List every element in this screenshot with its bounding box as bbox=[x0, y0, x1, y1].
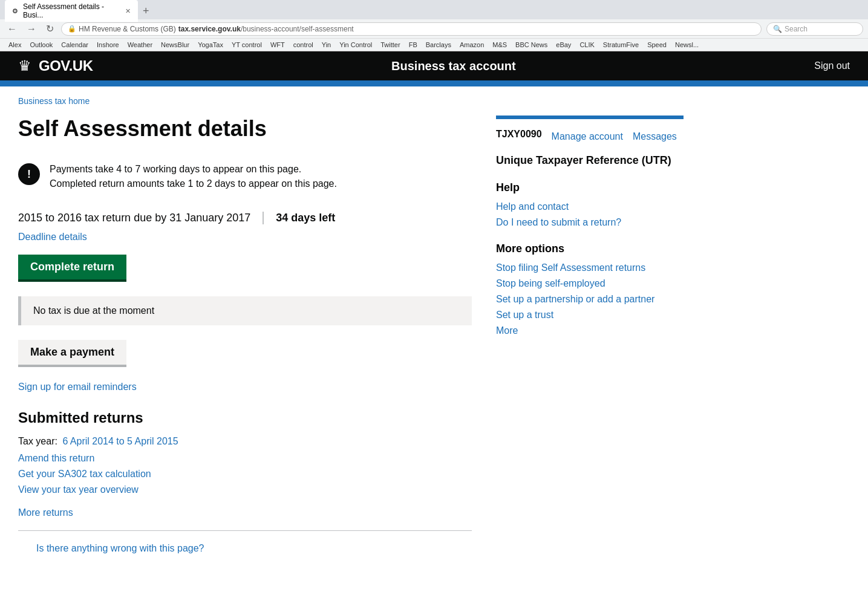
tab-favicon: ⚙ bbox=[12, 7, 18, 15]
bookmark-weather[interactable]: Weather bbox=[124, 40, 156, 50]
user-id: TJXY0090 bbox=[496, 129, 542, 140]
search-bar[interactable]: 🔍 Search bbox=[766, 22, 863, 36]
crown-icon: ♛ bbox=[18, 57, 31, 74]
submitted-links: Amend this return Get your SA302 tax cal… bbox=[18, 453, 472, 495]
more-options-link[interactable]: More bbox=[496, 325, 684, 336]
tax-year-value-link[interactable]: 6 April 2014 to 5 April 2015 bbox=[62, 436, 178, 446]
help-links: Help and contact Do I need to submit a r… bbox=[496, 201, 684, 228]
tax-year-overview-link[interactable]: View your tax year overview bbox=[18, 484, 472, 495]
bookmark-yogatax[interactable]: YogaTax bbox=[194, 40, 227, 50]
help-section: Help Help and contact Do I need to submi… bbox=[496, 181, 684, 228]
govuk-logo-link[interactable]: ♛ GOV.UK bbox=[18, 57, 93, 74]
sign-out-button[interactable]: Sign out bbox=[814, 60, 850, 71]
tax-return-due: 2015 to 2016 tax return due by 31 Januar… bbox=[18, 212, 250, 224]
warning-line1: Payments take 4 to 7 working days to app… bbox=[50, 162, 337, 177]
tab-bar: ⚙ Self Assessment details - Busi... ✕ + bbox=[0, 0, 868, 19]
sa302-link[interactable]: Get your SA302 tax calculation bbox=[18, 469, 472, 480]
bookmark-ms[interactable]: M&S bbox=[489, 40, 511, 50]
stop-filing-link[interactable]: Stop filing Self Assessment returns bbox=[496, 262, 684, 273]
service-name: Business tax account bbox=[391, 59, 516, 73]
url-path: /business-account/self-assessment bbox=[241, 25, 354, 33]
messages-link[interactable]: Messages bbox=[633, 131, 677, 142]
tab-title: Self Assessment details - Busi... bbox=[23, 2, 120, 19]
search-icon: 🔍 bbox=[773, 25, 782, 33]
active-tab: ⚙ Self Assessment details - Busi... ✕ bbox=[5, 0, 138, 22]
set-up-trust-link[interactable]: Set up a trust bbox=[496, 310, 684, 321]
complete-return-button[interactable]: Complete return bbox=[18, 255, 126, 282]
main-content: Self Assessment details ! Payments take … bbox=[18, 116, 472, 566]
back-button[interactable]: ← bbox=[5, 22, 19, 36]
more-options-title: More options bbox=[496, 242, 684, 255]
lock-icon: 🔒 bbox=[68, 25, 76, 33]
bookmark-barclays[interactable]: Barclays bbox=[422, 40, 455, 50]
days-left-badge: 34 days left bbox=[263, 212, 335, 224]
bookmark-newsl[interactable]: Newsl... bbox=[671, 40, 702, 50]
bookmark-bbcnews[interactable]: BBC News bbox=[512, 40, 551, 50]
deadline-details-link[interactable]: Deadline details bbox=[18, 232, 472, 242]
more-returns-link[interactable]: More returns bbox=[18, 507, 73, 518]
browser-chrome: ⚙ Self Assessment details - Busi... ✕ + … bbox=[0, 0, 868, 51]
tax-year-prefix: Tax year: bbox=[18, 436, 57, 446]
utr-label: Unique Taxpayer Reference (UTR) bbox=[496, 154, 684, 167]
forward-button[interactable]: → bbox=[24, 22, 39, 36]
bookmark-yin[interactable]: Yin bbox=[318, 40, 335, 50]
bookmark-clik[interactable]: CLIK bbox=[576, 40, 598, 50]
govuk-header: ♛ GOV.UK Business tax account Sign out bbox=[0, 51, 868, 80]
new-tab-button[interactable]: + bbox=[138, 5, 154, 18]
tax-year-label: Tax year: 6 April 2014 to 5 April 2015 bbox=[18, 436, 472, 447]
address-bar: ← → ↻ 🔒 HM Revenue & Customs (GB) tax.se… bbox=[0, 19, 868, 38]
bookmark-inshore[interactable]: Inshore bbox=[93, 40, 123, 50]
bookmark-alex[interactable]: Alex bbox=[5, 40, 25, 50]
main-layout: Self Assessment details ! Payments take … bbox=[0, 116, 868, 589]
submit-return-link[interactable]: Do I need to submit a return? bbox=[496, 217, 684, 228]
payment-status-box: No tax is due at the moment bbox=[18, 296, 472, 325]
make-payment-button[interactable]: Make a payment bbox=[18, 340, 126, 367]
url-display-host: tax.service.gov.uk/business-account/self… bbox=[178, 25, 354, 33]
more-options-section: More options Stop filing Self Assessment… bbox=[496, 242, 684, 336]
warning-line2: Completed return amounts take 1 to 2 day… bbox=[50, 177, 337, 191]
submitted-returns-title: Submitted returns bbox=[18, 409, 472, 426]
email-reminders-link[interactable]: Sign up for email reminders bbox=[18, 382, 137, 392]
bookmark-stratumfive[interactable]: StratumFive bbox=[599, 40, 642, 50]
reload-button[interactable]: ↻ bbox=[44, 22, 56, 36]
bookmark-ytcontrol[interactable]: YT control bbox=[228, 40, 266, 50]
breadcrumb-home-link[interactable]: Business tax home bbox=[18, 96, 90, 106]
warning-icon: ! bbox=[18, 163, 40, 185]
amend-return-link[interactable]: Amend this return bbox=[18, 453, 472, 464]
bookmark-speed[interactable]: Speed bbox=[644, 40, 670, 50]
bookmark-calendar[interactable]: Calendar bbox=[57, 40, 92, 50]
stop-self-employed-link[interactable]: Stop being self-employed bbox=[496, 278, 684, 289]
more-options-links: Stop filing Self Assessment returns Stop… bbox=[496, 262, 684, 336]
bookmark-ebay[interactable]: eBay bbox=[552, 40, 575, 50]
payment-status-text: No tax is due at the moment bbox=[33, 305, 154, 316]
bookmark-wft[interactable]: WFT bbox=[267, 40, 289, 50]
help-contact-link[interactable]: Help and contact bbox=[496, 201, 684, 212]
feedback-link[interactable]: Is there anything wrong with this page? bbox=[36, 543, 204, 553]
bookmarks-bar: Alex Outlook Calendar Inshore Weather Ne… bbox=[0, 38, 868, 51]
govuk-logo-text: GOV.UK bbox=[39, 57, 93, 74]
url-host-bold: tax.service.gov.uk bbox=[178, 25, 241, 33]
bookmark-amazon[interactable]: Amazon bbox=[456, 40, 488, 50]
bookmark-twitter[interactable]: Twitter bbox=[377, 40, 403, 50]
bookmark-fb[interactable]: FB bbox=[405, 40, 421, 50]
feedback-section: Is there anything wrong with this page? bbox=[18, 530, 472, 566]
warning-text: Payments take 4 to 7 working days to app… bbox=[50, 162, 337, 191]
tab-close-button[interactable]: ✕ bbox=[125, 7, 131, 15]
bookmark-yincontrol[interactable]: Yin Control bbox=[336, 40, 376, 50]
bookmark-newsblur[interactable]: NewsBlur bbox=[157, 40, 193, 50]
bookmark-outlook[interactable]: Outlook bbox=[26, 40, 56, 50]
url-bar[interactable]: 🔒 HM Revenue & Customs (GB) tax.service.… bbox=[61, 22, 762, 36]
help-title: Help bbox=[496, 181, 684, 194]
sidebar: TJXY0090 Manage account Messages Unique … bbox=[496, 116, 684, 566]
breadcrumb: Business tax home bbox=[0, 86, 868, 116]
sidebar-accent-bar bbox=[496, 116, 684, 119]
manage-account-link[interactable]: Manage account bbox=[552, 131, 623, 142]
sidebar-account-header: TJXY0090 Manage account Messages bbox=[496, 129, 684, 145]
tax-return-header: 2015 to 2016 tax return due by 31 Januar… bbox=[18, 212, 472, 224]
warning-box: ! Payments take 4 to 7 working days to a… bbox=[18, 156, 472, 197]
bookmark-control[interactable]: control bbox=[290, 40, 317, 50]
set-up-partnership-link[interactable]: Set up a partnership or add a partner bbox=[496, 294, 684, 305]
url-domain: HM Revenue & Customs (GB) bbox=[79, 25, 176, 33]
email-reminders-section: Sign up for email reminders bbox=[18, 382, 472, 392]
blue-banner bbox=[0, 80, 868, 86]
